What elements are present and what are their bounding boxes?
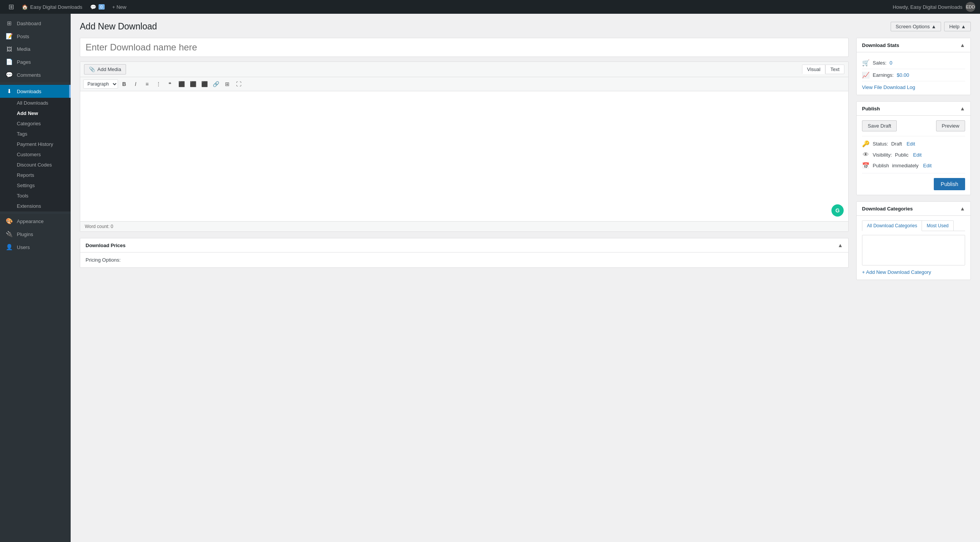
tab-text[interactable]: Text [825,65,844,74]
help-label: Help [949,24,959,29]
posts-icon: 📝 [5,33,13,40]
help-button[interactable]: Help ▲ [944,22,971,31]
add-media-label: Add Media [97,66,121,72]
publish-button-label: Publish [941,181,958,187]
stats-sales-row: 🛒 Sales: 0 [862,57,965,69]
download-title-input[interactable] [80,38,849,57]
download-stats-title: Download Stats [862,42,899,48]
sidebar-item-dashboard[interactable]: ⊞ Dashboard [0,17,71,30]
blockquote-button[interactable]: ❝ [165,79,175,89]
publish-header[interactable]: Publish ▲ [857,102,970,116]
sidebar-item-pages[interactable]: 📄 Pages [0,55,71,68]
howdy-text: Howdy, Easy Digital Downloads [893,4,962,10]
most-used-label: Most Used [927,223,948,228]
align-center-button[interactable]: ⬛ [188,79,198,89]
unordered-list-button[interactable]: ≡ [142,79,152,89]
submenu-label: Categories [17,121,41,126]
header-buttons: Screen Options ▲ Help ▲ [891,22,971,31]
dashboard-icon: ⊞ [5,20,13,27]
submenu-item-categories[interactable]: Categories [0,118,71,129]
submenu-label: Customers [17,152,41,157]
view-log-link[interactable]: View File Download Log [862,81,965,90]
submenu-item-discount-codes[interactable]: Discount Codes [0,160,71,170]
tab-most-used[interactable]: Most Used [922,220,953,231]
submenu-item-extensions[interactable]: Extensions [0,201,71,211]
preview-label: Preview [942,123,959,129]
visibility-edit-link[interactable]: Edit [913,152,922,158]
paragraph-select[interactable]: Paragraph [83,79,118,89]
download-prices-header[interactable]: Download Prices ▲ [80,238,848,252]
submenu-item-payment-history[interactable]: Payment History [0,139,71,149]
submenu-item-tags[interactable]: Tags [0,129,71,139]
download-categories-title: Download Categories [862,206,913,212]
submenu-item-tools[interactable]: Tools [0,191,71,201]
screen-options-label: Screen Options [896,24,930,29]
submenu-item-reports[interactable]: Reports [0,170,71,180]
sidebar-item-downloads[interactable]: ⬇ Downloads [0,85,71,98]
visibility-icon: 👁 [862,151,870,158]
wp-logo-item[interactable]: ⊞ [5,0,18,14]
submenu-label: Reports [17,172,34,178]
sales-label: Sales: [873,60,886,66]
download-prices-content: Pricing Options: [80,252,848,267]
submenu-item-settings[interactable]: Settings [0,180,71,191]
sidebar-item-label: Downloads [17,89,41,94]
submenu-label: Tools [17,193,28,199]
page-title: Add New Download [80,21,157,32]
sidebar-item-plugins[interactable]: 🔌 Plugins [0,228,71,241]
new-item[interactable]: + New [108,0,130,14]
plugins-icon: 🔌 [5,231,13,238]
preview-button[interactable]: Preview [936,120,965,131]
editor-body[interactable]: G [80,91,848,221]
italic-button[interactable]: I [130,79,141,89]
wp-logo-icon: ⊞ [8,3,14,11]
sidebar-item-users[interactable]: 👤 Users [0,241,71,254]
link-button[interactable]: 🔗 [210,79,221,89]
add-new-category-link[interactable]: + Add New Download Category [862,269,931,275]
categories-tabs: All Download Categories Most Used [862,220,965,231]
publish-button[interactable]: Publish [934,178,965,190]
ordered-list-button[interactable]: ⋮ [153,79,164,89]
align-right-button[interactable]: ⬛ [199,79,210,89]
sidebar-item-comments[interactable]: 💬 Comments [0,68,71,81]
sales-value-link[interactable]: 0 [889,60,892,66]
table-button[interactable]: ⊞ [222,79,233,89]
editor-format-bar: Paragraph B I ≡ ⋮ ❝ ⬛ ⬛ ⬛ 🔗 ⊞ ⛶ [80,77,848,91]
sidebar-item-appearance[interactable]: 🎨 Appearance [0,215,71,228]
download-stats-header[interactable]: Download Stats ▲ [857,38,970,52]
pricing-options-label: Pricing Options: [86,257,121,263]
site-name-item[interactable]: 🏠 Easy Digital Downloads [18,0,86,14]
align-left-button[interactable]: ⬛ [176,79,187,89]
grammarly-icon[interactable]: G [831,204,844,217]
tab-all-categories[interactable]: All Download Categories [862,220,922,231]
cart-icon: 🛒 [862,59,870,66]
publish-toggle-icon: ▲ [960,105,965,112]
earnings-value-link[interactable]: $0.00 [897,72,909,78]
download-categories-content: All Download Categories Most Used + Add … [857,216,970,280]
submenu-item-all-downloads[interactable]: All Downloads [0,98,71,108]
page-header: Add New Download Screen Options ▲ Help ▲ [80,21,971,32]
sidebar-item-posts[interactable]: 📝 Posts [0,30,71,43]
status-edit-link[interactable]: Edit [907,141,915,147]
site-name-label: Easy Digital Downloads [30,4,82,10]
save-draft-button[interactable]: Save Draft [862,120,897,131]
sidebar-item-media[interactable]: 🖼 Media [0,43,71,55]
download-categories-header[interactable]: Download Categories ▲ [857,202,970,216]
status-value: Draft [891,141,902,147]
bold-button[interactable]: B [119,79,129,89]
fullscreen-button[interactable]: ⛶ [233,79,244,89]
visibility-value: Public [895,152,908,158]
pages-icon: 📄 [5,58,13,65]
publish-title: Publish [862,106,880,112]
title-input-wrap [80,38,849,57]
add-media-button[interactable]: 📎 Add Media [84,64,126,74]
screen-options-button[interactable]: Screen Options ▲ [891,22,941,31]
tab-visual[interactable]: Visual [802,65,825,74]
publish-time-edit-link[interactable]: Edit [923,163,931,168]
submenu-item-add-new[interactable]: Add New [0,108,71,118]
comments-item[interactable]: 💬 0 [86,0,108,14]
editor-wrap: 📎 Add Media Visual Text [80,61,849,232]
sidebar-item-label: Media [17,46,30,52]
download-stats-toggle-icon: ▲ [960,42,965,48]
submenu-item-customers[interactable]: Customers [0,149,71,160]
